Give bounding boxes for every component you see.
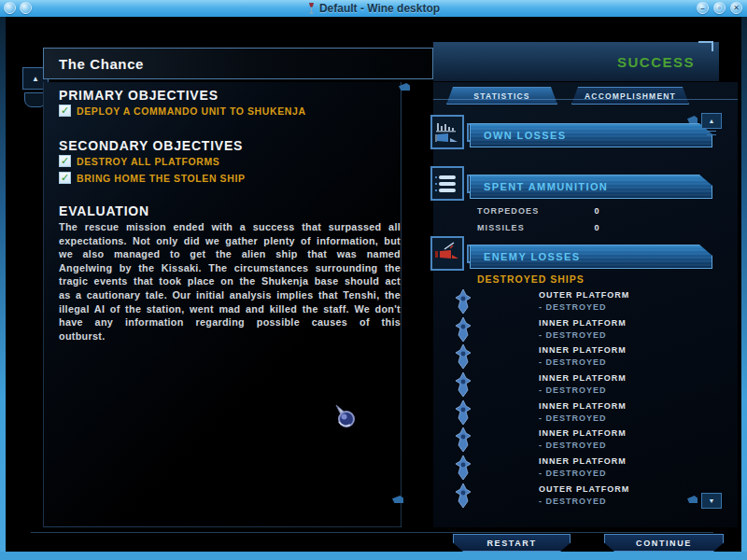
maximize-button[interactable]: ▫ <box>713 2 726 14</box>
objective-label: DESTROY ALL PLATFORMS <box>77 156 219 167</box>
ammo-row-value: 0 <box>583 206 611 216</box>
ship-name: INNER PLATFORM <box>539 401 627 411</box>
ship-icon <box>454 344 472 369</box>
section-title: SPENT AMMUNITION <box>484 181 608 192</box>
destroyed-ship-row: INNER PLATFORM - DESTROYED <box>447 455 718 483</box>
ship-status: - DESTROYED <box>539 441 607 450</box>
restart-button[interactable]: RESTART <box>453 534 571 552</box>
destroyed-ship-row: INNER PLATFORM - DESTROYED <box>447 427 718 455</box>
restart-button-label: RESTART <box>486 539 536 548</box>
corner-bracket <box>698 41 713 51</box>
evaluation-heading: EVALUATION <box>59 203 149 218</box>
destroyed-ships-list: OUTER PLATFORM - DESTROYED INNER PLATFOR… <box>447 289 718 511</box>
destroyed-ship-row: OUTER PLATFORM - DESTROYED <box>447 289 718 317</box>
ship-icon <box>454 317 472 342</box>
mission-title-box: The Chance <box>43 48 433 79</box>
ship-icon <box>454 427 472 452</box>
enemy-losses-icon <box>430 236 464 271</box>
objective-label: DEPLOY A COMMANDO UNIT TO SHUKENJA <box>77 105 306 117</box>
ammo-row-label: MISSILES <box>477 223 525 232</box>
objective-item: ✓ DEPLOY A COMMANDO UNIT TO SHUKENJA <box>59 105 306 117</box>
own-losses-icon <box>430 115 464 149</box>
spent-ammunition-header: SPENT AMMUNITION <box>470 175 712 199</box>
objective-label: BRING HOME THE STOLEN SHIP <box>77 173 246 184</box>
ship-status: - DESTROYED <box>539 469 607 478</box>
objective-checkbox-checked: ✓ <box>59 105 71 117</box>
window-frame-bottom <box>0 552 747 560</box>
ship-name: INNER PLATFORM <box>539 456 627 466</box>
deco-ship-icon <box>687 116 698 123</box>
statistics-panel: STATISTICS ACCOMPLISHMENT OWN LOSSES <box>433 82 738 527</box>
secondary-objectives-heading: SECONDARY OBJECTIVES <box>59 138 243 153</box>
destroyed-ship-row: INNER PLATFORM - DESTROYED <box>447 372 718 400</box>
objectives-panel: PRIMARY OBJECTIVES ✓ DEPLOY A COMMANDO U… <box>43 82 402 527</box>
spent-ammunition-icon <box>430 166 464 201</box>
ship-icon <box>454 483 472 508</box>
footer-divider <box>31 532 713 533</box>
wine-glass-icon <box>307 3 316 14</box>
game-cursor-icon <box>329 401 360 433</box>
ship-status: - DESTROYED <box>539 497 607 506</box>
evaluation-text: The rescue mission ended with a success … <box>59 220 401 343</box>
window-frame-right <box>741 17 747 560</box>
destroyed-ship-row: INNER PLATFORM - DESTROYED <box>447 317 718 345</box>
ship-name: INNER PLATFORM <box>539 345 627 355</box>
minimize-button[interactable]: – <box>697 2 709 14</box>
ship-icon <box>454 289 472 314</box>
window-pin-button[interactable] <box>20 2 32 14</box>
window-titlebar[interactable]: Default - Wine desktop – ▫ ✕ <box>0 0 747 17</box>
section-title: OWN LOSSES <box>484 130 567 141</box>
tab-statistics[interactable]: STATISTICS <box>446 87 557 105</box>
scroll-track-marks <box>707 131 716 135</box>
ship-name: INNER PLATFORM <box>539 318 627 328</box>
ship-name: INNER PLATFORM <box>539 373 627 383</box>
ship-status: - DESTROYED <box>539 385 607 395</box>
ship-status: - DESTROYED <box>539 330 607 340</box>
objective-item: ✓ BRING HOME THE STOLEN SHIP <box>59 172 246 184</box>
own-losses-header: OWN LOSSES <box>470 123 712 147</box>
ship-icon <box>454 372 472 397</box>
ammo-row-label: TORPEDOES <box>477 206 539 216</box>
ship-name: OUTER PLATFORM <box>539 290 629 300</box>
close-button[interactable]: ✕ <box>730 2 742 14</box>
ammo-row-value: 0 <box>583 223 611 232</box>
objective-checkbox-checked: ✓ <box>59 172 71 184</box>
ship-icon <box>454 455 472 480</box>
section-title: ENEMY LOSSES <box>484 251 580 262</box>
ship-name: INNER PLATFORM <box>539 428 627 438</box>
ship-icon <box>454 400 472 425</box>
mission-result-strip: SUCCESS <box>433 42 719 81</box>
objective-item: ✓ DESTROY ALL PLATFORMS <box>59 155 219 167</box>
destroyed-ship-row: OUTER PLATFORM - DESTROYED <box>447 483 718 511</box>
destroyed-ships-heading: DESTROYED SHIPS <box>477 273 585 285</box>
enemy-losses-header: ENEMY LOSSES <box>470 245 712 269</box>
mission-result: SUCCESS <box>617 54 695 70</box>
ship-status: - DESTROYED <box>539 302 607 312</box>
tab-accomplishment[interactable]: ACCOMPLISHMENT <box>571 87 689 105</box>
scroll-down-button[interactable]: ▼ <box>701 493 722 509</box>
ship-status: - DESTROYED <box>539 413 607 423</box>
ship-status: - DESTROYED <box>539 357 607 367</box>
mission-title: The Chance <box>59 56 144 72</box>
destroyed-ship-row: INNER PLATFORM - DESTROYED <box>447 344 718 372</box>
window-title: Default - Wine desktop <box>0 2 747 15</box>
objective-checkbox-checked: ✓ <box>59 155 71 167</box>
scroll-up-button[interactable]: ▲ <box>701 113 722 129</box>
destroyed-ship-row: INNER PLATFORM - DESTROYED <box>447 400 718 428</box>
continue-button-label: CONTINUE <box>636 539 692 548</box>
continue-button[interactable]: CONTINUE <box>604 534 724 552</box>
ship-name: OUTER PLATFORM <box>539 484 629 494</box>
primary-objectives-heading: PRIMARY OBJECTIVES <box>59 88 218 103</box>
debriefing-screen: ▲ The Chance SUCCESS PRIMARY OBJECTIVES … <box>6 17 741 552</box>
window-menu-button[interactable] <box>4 2 16 14</box>
tab-baseline <box>433 99 738 100</box>
